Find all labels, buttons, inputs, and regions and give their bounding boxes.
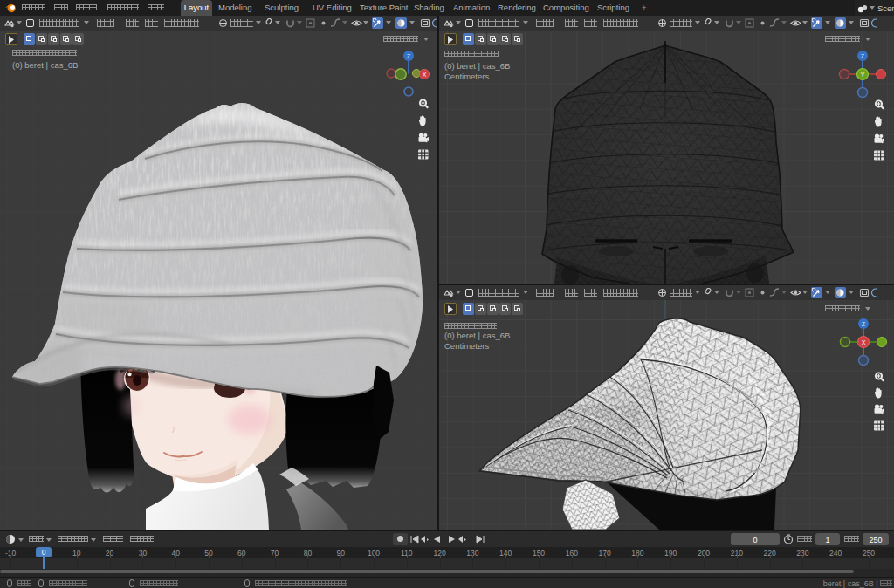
- svg-text:X: X: [862, 339, 866, 345]
- svg-text:Z: Z: [862, 321, 866, 327]
- svg-text:Centimeters: Centimeters: [444, 341, 489, 351]
- svg-text:X: X: [423, 72, 427, 78]
- svg-text:Z: Z: [407, 53, 411, 59]
- svg-text:(0) beret | cas_6B: (0) beret | cas_6B: [444, 331, 510, 340]
- svg-text:Centimeters: Centimeters: [444, 72, 489, 81]
- svg-text:(0) beret | cas_6B: (0) beret | cas_6B: [444, 61, 510, 71]
- svg-text:(0) beret | cas_6B: (0) beret | cas_6B: [12, 60, 78, 70]
- svg-text:Z: Z: [861, 53, 865, 59]
- svg-text:Y: Y: [861, 72, 865, 78]
